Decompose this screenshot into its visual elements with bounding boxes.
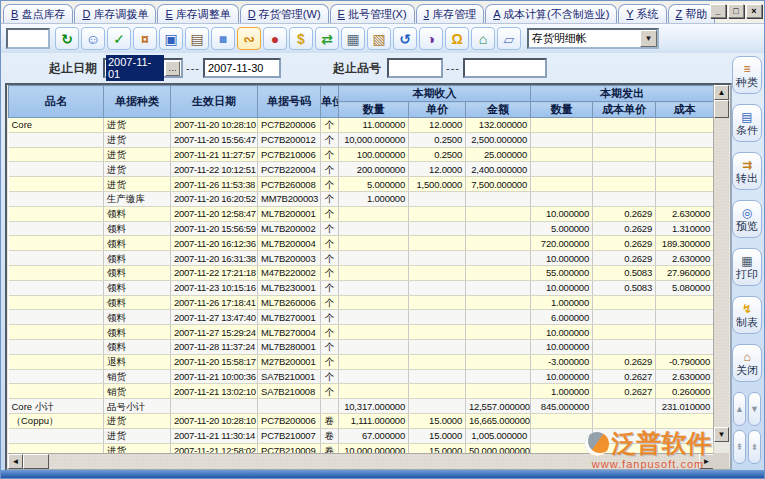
nav-down-button[interactable]: ▼ (748, 392, 761, 426)
path-snake-icon[interactable]: ∾ (237, 27, 261, 50)
export-button[interactable]: ⇉转出 (732, 152, 762, 190)
hscroll-thumb[interactable] (23, 454, 49, 469)
refresh-icon[interactable]: ↻ (55, 27, 79, 50)
nav-page-down-button[interactable]: ⇟ (748, 430, 761, 464)
table-row[interactable]: 领料2007-11-20 15:56:59ML7B200002个5.000000… (9, 221, 714, 236)
horizontal-scrollbar[interactable]: ◄ ► (8, 453, 714, 469)
menu-tab[interactable]: J 库存管理 (416, 4, 485, 23)
col-eff-date[interactable]: 生效日期 (171, 86, 258, 118)
monitor-icon[interactable]: ■ (211, 27, 235, 50)
table-row[interactable]: 领料2007-11-27 13:47:40ML7B270001个6.000000 (9, 310, 714, 325)
pie-chart-icon[interactable]: ◑ (419, 27, 443, 50)
table-row[interactable]: 领料2007-11-20 16:31:38ML7B200003个10.00000… (9, 251, 714, 266)
table-row[interactable]: 进货2007-11-22 10:12:51PC7B220004个200.0000… (9, 162, 714, 177)
table-row[interactable]: 进货2007-11-20 15:56:47PC7B200012个10,000.0… (9, 132, 714, 147)
item-to-input[interactable] (463, 58, 547, 78)
col-doc-no[interactable]: 单据号码 (258, 86, 321, 118)
menu-tab[interactable]: D 库存调拨单 (74, 4, 156, 23)
printer-doc-icon[interactable]: ▧ (367, 27, 391, 50)
transfer-arrows-icon[interactable]: ⇄ (315, 27, 339, 50)
table-row[interactable]: 进货2007-11-21 11:27:57PC7B210006个100.0000… (9, 147, 714, 162)
date-from-field[interactable]: 2007-11-01 … (103, 58, 183, 78)
subtotal-row[interactable]: Core 小计品号小计10,317.00000012,557.000000845… (9, 399, 714, 414)
photo-card-icon[interactable]: ▣ (159, 27, 183, 50)
menu-tab[interactable]: E 库存调整单 (157, 4, 238, 23)
table-row[interactable]: 进货2007-11-26 11:53:38PC7B260008个5.000000… (9, 177, 714, 192)
grid-body: Core进货2007-11-20 10:28:10PC7B200006个11.0… (9, 118, 714, 458)
chevron-down-icon[interactable]: ▼ (640, 30, 657, 47)
col-doc-type[interactable]: 单据种类 (104, 86, 171, 118)
book-icon[interactable]: ▤ (185, 27, 209, 50)
restore-button[interactable]: □ (728, 4, 744, 18)
date-range-separator: --- (186, 62, 200, 74)
preview-button[interactable]: ◎预览 (732, 200, 762, 238)
sidebar-button-label: 打印 (736, 268, 758, 280)
globe-tools-icon[interactable]: ¤ (133, 27, 157, 50)
quick-code-input[interactable] (6, 28, 50, 49)
table-row[interactable]: 销货2007-11-21 10:00:36SA7B210001个10.00000… (9, 369, 714, 384)
minimize-button[interactable]: _ (710, 4, 726, 18)
nav-page-up-button[interactable]: ⇞ (733, 430, 746, 464)
sidebar-button-label: 制表 (736, 316, 758, 328)
table-row[interactable]: 领料2007-11-23 10:15:16ML7B230001个10.00000… (9, 280, 714, 295)
category-button[interactable]: ≡种类 (732, 56, 762, 94)
col-out-cost[interactable]: 成本 (656, 102, 714, 118)
menu-tab[interactable]: Z 帮助 (668, 4, 716, 23)
table-row[interactable]: 生产缴库2007-11-20 16:20:52MM7B200003个1.0000… (9, 191, 714, 206)
scroll-up-button[interactable]: ▲ (714, 85, 729, 100)
print-button[interactable]: ▦打印 (732, 248, 762, 286)
scroll-left-button[interactable]: ◄ (8, 454, 23, 469)
make-report-button[interactable]: ↯制表 (732, 296, 762, 334)
table-row[interactable]: 领料2007-11-28 11:37:24ML7B280001个10.00000… (9, 339, 714, 354)
menu-tab[interactable]: A 成本计算(不含制造业) (485, 4, 617, 23)
condition-button[interactable]: ▤条件 (732, 104, 762, 142)
table-row[interactable]: 进货2007-11-21 11:30:14PC7B210007卷67.00000… (9, 428, 714, 443)
close-window-button[interactable]: × (746, 4, 762, 18)
sidebar-button-label: 预览 (736, 220, 758, 232)
windows-copy-icon[interactable]: ▱ (497, 27, 521, 50)
close-button[interactable]: ⌂关闭 (732, 344, 762, 382)
item-from-input[interactable] (387, 58, 443, 78)
bell-icon[interactable]: Ω (445, 27, 469, 50)
table-row[interactable]: Core进货2007-11-20 10:28:10PC7B200006个11.0… (9, 118, 714, 133)
permission-check-icon[interactable]: ✓ (107, 27, 131, 50)
date-to-input[interactable] (203, 58, 281, 78)
scroll-down-button[interactable]: ▼ (714, 427, 729, 442)
table-row[interactable]: 领料2007-11-22 17:21:18M47B220002个55.00000… (9, 265, 714, 280)
exit-door-icon[interactable]: ⌂ (471, 27, 495, 50)
date-picker-button[interactable]: … (165, 61, 180, 76)
sync-icon[interactable]: ↺ (393, 27, 417, 50)
nav-up-button[interactable]: ▲ (733, 392, 746, 426)
date-from-value: 2007-11-01 (106, 55, 164, 81)
scroll-right-button[interactable]: ► (699, 454, 714, 469)
calculator-icon[interactable]: ▦ (341, 27, 365, 50)
vscroll-thumb[interactable] (714, 100, 729, 118)
menu-tab[interactable]: D 存货管理(W) (240, 4, 329, 23)
table-row[interactable]: 销货2007-11-21 13:02:10SA7B210008个1.000000… (9, 384, 714, 399)
menu-tab[interactable]: Y 系统 (618, 4, 666, 23)
date-range-label: 起止日期 (49, 60, 97, 77)
menu-tab[interactable]: B 盘点库存 (3, 4, 73, 23)
col-unit[interactable]: 单位 (321, 86, 339, 118)
dollar-icon[interactable]: $ (289, 27, 313, 50)
menu-tab[interactable]: E 批号管理(X) (330, 4, 415, 23)
table-row[interactable]: 领料2007-11-20 16:12:36ML7B200004个720.0000… (9, 236, 714, 251)
menu-tabs: B 盘点库存D 库存调拨单E 库存调整单D 存货管理(W)E 批号管理(X)J … (3, 4, 716, 23)
vertical-scrollbar[interactable]: ▲ ▼ (713, 85, 729, 442)
col-out-cost-price[interactable]: 成本单价 (593, 102, 656, 118)
globe-red-icon[interactable]: ● (263, 27, 287, 50)
table-header: 品名 单据种类 生效日期 单据号码 单位 本期收入 本期发出 数量 单价 金额 … (9, 86, 714, 118)
col-name[interactable]: 品名 (9, 86, 104, 118)
report-select[interactable]: 存货明细帐 ▼ (527, 28, 659, 49)
col-out-qty[interactable]: 数量 (531, 102, 593, 118)
col-in-qty[interactable]: 数量 (339, 102, 409, 118)
support-user-icon[interactable]: ☺ (81, 27, 105, 50)
table-row[interactable]: 领料2007-11-27 15:29:24ML7B270004个10.00000… (9, 325, 714, 340)
table-row[interactable]: 领料2007-11-20 12:58:47ML7B200001个10.00000… (9, 206, 714, 221)
table-row[interactable]: （Coppu）进货2007-11-20 10:28:10PC7B200006卷1… (9, 413, 714, 428)
col-in-amount[interactable]: 金额 (466, 102, 531, 118)
col-in-price[interactable]: 单价 (409, 102, 466, 118)
table-row[interactable]: 领料2007-11-26 17:18:41ML7B260006个1.000000 (9, 295, 714, 310)
table-row[interactable]: 退料2007-11-20 15:58:17M27B200001个-3.00000… (9, 354, 714, 369)
sidebar-button-label: 转出 (736, 172, 758, 184)
